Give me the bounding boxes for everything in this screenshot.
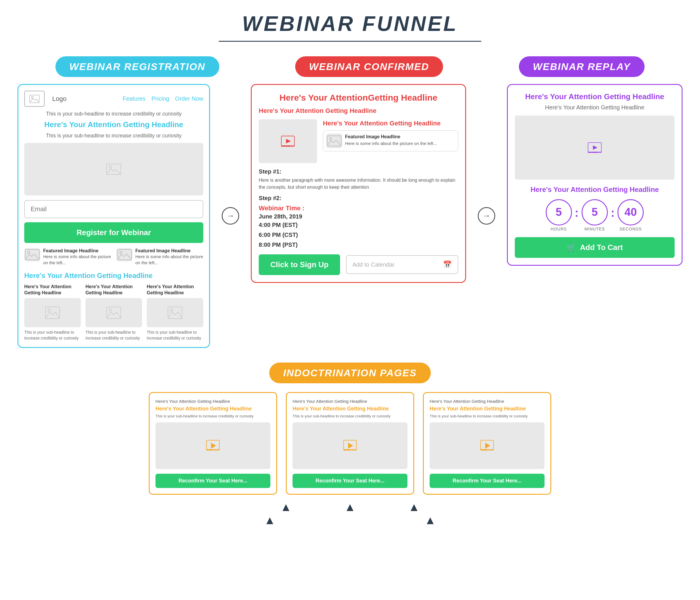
replay-sub-headline: Here's Your Attention Getting Headline [515,104,675,111]
svg-rect-26 [591,152,594,153]
conf-top-row: Here's Your Attention Getting Headline F… [259,119,458,163]
indoc-card-img-2 [293,422,407,469]
feature-text-1: Featured Image Headline Here is some inf… [43,248,111,266]
calendar-icon: 📅 [443,260,452,269]
svg-point-21 [329,138,332,140]
feature-item-2: Featured Image Headline Here is some inf… [116,248,203,266]
svg-rect-6 [118,250,131,260]
svg-rect-25 [588,152,591,153]
replay-label: WEBINAR REPLAY [519,56,645,77]
nav-links[interactable]: Features Pricing Order Now [123,95,203,102]
seconds-unit: 40 SECONDS [618,199,644,231]
svg-rect-37 [347,449,349,450]
reg-card-img-2 [85,298,142,327]
cart-button-label: Add To Cart [580,243,623,252]
registration-hero-image [24,143,203,195]
confirmed-box: Here's Your AttentionGetting Headline He… [251,84,466,283]
svg-marker-29 [211,443,216,449]
conf-step2-title: Step #2: [259,195,458,202]
indoc-card-1: Here's Your Attention Getting Headline H… [149,392,277,495]
register-button[interactable]: Register for Webinar [24,222,203,243]
reg-sub-headline: This is your sub-headline to increase cr… [24,111,203,117]
replay-bottom-headline: Here's Your Attention Getting Headline [515,185,675,194]
svg-rect-19 [288,146,291,146]
svg-marker-34 [348,443,353,449]
svg-rect-8 [46,307,59,319]
svg-rect-4 [25,250,40,260]
indoc-btn-1[interactable]: Reconfirm Your Seat Here... [155,474,270,488]
svg-point-13 [170,309,173,311]
replay-video [515,116,675,180]
logo-box [24,91,45,107]
feature-item-1: Featured Image Headline Here is some inf… [24,248,111,266]
bottom-arrow-replay: ▲ [424,514,436,527]
registration-label: WEBINAR REGISTRATION [55,56,219,77]
reg-sub2: This is your sub-headline to increase cr… [24,133,203,139]
registration-features: Featured Image Headline Here is some inf… [24,248,203,266]
page-title: WEBINAR FUNNEL [0,0,700,35]
conf-sub-headline: Here's Your Attention Getting Headline [259,107,458,115]
indoc-card-img-1 [155,422,270,469]
conf-feature-box: Featured Image Headline Here is some inf… [323,130,458,151]
reg-card-img-3 [147,298,203,327]
reg-card-img-1 [24,298,81,327]
nav-pricing[interactable]: Pricing [151,95,169,102]
indoc-cards-row: Here's Your Attention Getting Headline H… [18,392,682,495]
conf-webinar-time: Webinar Time : June 28th, 2019 4:00 PM (… [259,204,304,250]
reg-bottom-headline: Here's Your Attention Getting Headline [24,272,203,280]
indoc-btn-2[interactable]: Reconfirm Your Seat Here... [293,474,407,488]
conf-feature-img [326,133,342,148]
svg-rect-10 [107,307,121,319]
cart-icon: 🛒 [567,243,576,252]
arrow-conf-to-replay: → [478,207,495,225]
hours-circle: 5 [546,199,572,225]
reg-card-2: Here's Your Attention Getting Headline T… [85,284,142,341]
indoc-arrow-up-1: ▲ [280,501,292,514]
feature-img-1 [24,248,40,261]
conf-time-slots: 4:00 PM (EST) 6:00 PM (CST) 8:00 PM (PST… [259,220,304,250]
hours-unit: 5 HOURS [546,199,572,231]
nav-order[interactable]: Order Now [175,95,203,102]
reg-card-1: Here's Your Attention Getting Headline T… [24,284,81,341]
colon-2: : [611,206,615,219]
conf-right-headline: Here's Your Attention Getting Headline [323,119,458,128]
indoc-card-img-3 [430,422,545,469]
feature-img-2 [116,248,132,261]
svg-point-7 [120,251,122,254]
svg-rect-27 [594,152,597,153]
email-input[interactable] [24,200,203,218]
registration-box: Logo Features Pricing Order Now This is … [18,84,210,348]
indoc-arrow-up-3: ▲ [408,501,420,514]
indoctrination-section: INDOCTRINATION PAGES Here's Your Attenti… [0,362,700,520]
indoc-label: INDOCTRINATION PAGES [269,362,431,383]
indoc-card-3: Here's Your Attention Getting Headline H… [423,392,551,495]
conf-main-headline: Here's Your AttentionGetting Headline [259,92,458,103]
replay-headline: Here's Your Attention Getting Headline [515,92,675,102]
svg-marker-15 [286,139,291,144]
svg-point-11 [109,309,111,311]
indoc-btn-3[interactable]: Reconfirm Your Seat Here... [430,474,545,488]
svg-point-5 [27,251,30,254]
conf-feature-content: Featured Image Headline Here is some inf… [345,133,437,148]
reg-main-headline: Here's Your Attention Getting Headline [24,120,203,130]
signup-button[interactable]: Click to Sign Up [259,254,340,275]
nav-features[interactable]: Features [123,95,146,102]
reg-cards: Here's Your Attention Getting Headline T… [24,284,203,341]
indoc-arrow-up-2: ▲ [344,501,356,514]
svg-rect-41 [481,449,483,450]
conf-video [259,119,317,163]
calendar-button[interactable]: Add to Calendar 📅 [346,255,458,274]
svg-rect-36 [344,449,346,450]
add-to-cart-button[interactable]: 🛒 Add To Cart [515,237,675,258]
svg-rect-0 [29,95,39,102]
svg-marker-39 [485,443,490,449]
minutes-unit: 5 MINUTES [581,199,608,231]
reg-card-3: Here's Your Attention Getting Headline T… [147,284,203,341]
arrow-reg-to-conf: → [222,207,239,225]
svg-point-3 [109,166,112,168]
feature-text-2: Featured Image Headline Here is some inf… [135,248,203,266]
countdown-row: 5 HOURS : 5 MINUTES : 40 SECONDS [515,199,675,231]
title-divider [219,41,481,42]
svg-marker-23 [593,146,598,150]
registration-nav: Logo Features Pricing Order Now [24,91,203,107]
